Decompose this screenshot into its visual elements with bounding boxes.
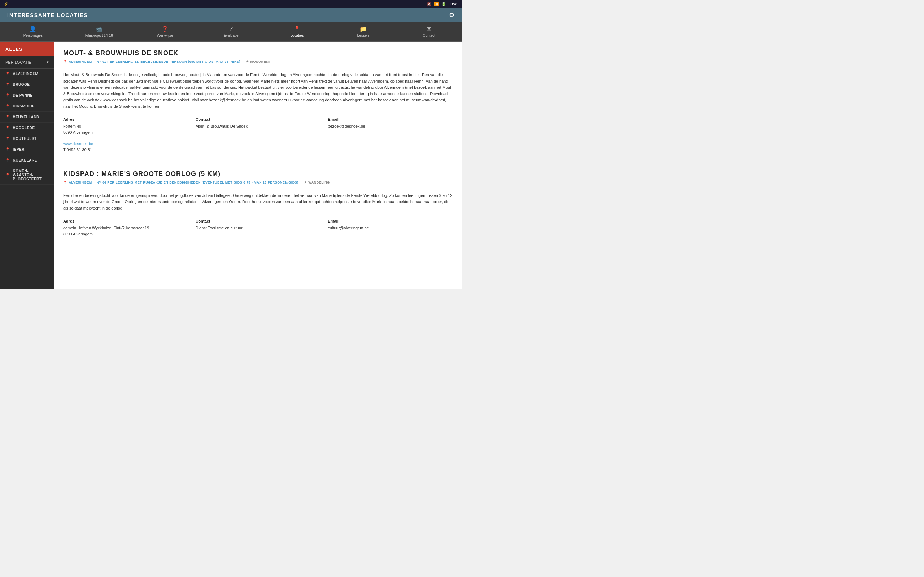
location-type-kidspad: ★ WANDELING	[304, 181, 330, 184]
website-link-mout[interactable]: www.desnoek.be	[63, 141, 93, 146]
contact-col-kidspad: Contact Dienst Toerisme en cultuur	[195, 219, 321, 238]
main-layout: ALLES PER LOCATIE ▾ 📍 ALVERINGEM 📍 BRUGG…	[0, 42, 462, 288]
tab-lessen[interactable]: 📁 Lessen	[330, 23, 396, 42]
pin-icon-diksmuide: 📍	[5, 104, 10, 108]
tab-werkwijze[interactable]: ❓ Werkwijze	[132, 23, 198, 42]
address-line1-kidspad: domein Hof van Wyckhuize, Sint-Rijkersst…	[63, 225, 188, 232]
location-entry-kidspad: KIDSPAD : MARIE'S GROOTE OORLOG (5 KM) 📍…	[63, 170, 453, 238]
personages-icon: 👤	[29, 26, 36, 32]
mute-icon: 🔇	[426, 2, 432, 6]
tab-locaties[interactable]: 📍 Locaties	[264, 23, 330, 42]
address-col-mout: Adres Fortem 40 8690 Alveringem	[63, 117, 188, 136]
location-description-kidspad: Een doe-en belevingstocht voor kinderen …	[63, 193, 453, 212]
header-title: INTERESSANTE LOCATIES	[7, 12, 88, 18]
location-title-kidspad: KIDSPAD : MARIE'S GROOTE OORLOG (5 KM)	[63, 170, 453, 178]
place-pin-icon-kidspad: 📍	[63, 181, 68, 184]
location-description-mout: Het Mout- & Brouwhuis De Snoek is de eni…	[63, 72, 453, 110]
star-icon-kidspad: ★	[304, 181, 307, 184]
location-place-mout: 📍 ALVERINGEM	[63, 60, 92, 63]
tab-werkwijze-label: Werkwijze	[157, 34, 173, 37]
sidebar-alles-label: ALLES	[5, 47, 23, 52]
location-price-kidspad: 🏷 €4 PER LEERLING MET RUGZAKJE EN BENODI…	[97, 181, 299, 184]
location-title-mout: MOUT- & BROUWHUIS DE SNOEK	[63, 49, 453, 57]
price-tag-icon-kidspad: 🏷	[97, 181, 101, 184]
address-line1-mout: Fortem 40	[63, 123, 188, 130]
tab-filmproject-label: Filmproject 14-18	[85, 34, 113, 37]
pin-icon-hooglede: 📍	[5, 126, 10, 130]
gear-icon[interactable]: ⚙	[449, 11, 455, 19]
sidebar-section-header[interactable]: PER LOCATIE ▾	[0, 56, 54, 69]
place-pin-icon-mout: 📍	[63, 60, 68, 63]
tab-contact[interactable]: ✉ Contact	[396, 23, 462, 42]
star-icon-mout: ★	[246, 60, 249, 63]
header-bar: INTERESSANTE LOCATIES ⚙	[0, 8, 462, 23]
werkwijze-icon: ❓	[162, 26, 168, 32]
contact-icon: ✉	[426, 26, 431, 32]
divider-1	[63, 163, 453, 163]
location-place-kidspad: 📍 ALVERINGEM	[63, 181, 92, 184]
battery-icon: 🔋	[441, 2, 446, 6]
sidebar: ALLES PER LOCATIE ▾ 📍 ALVERINGEM 📍 BRUGG…	[0, 42, 54, 288]
sidebar-item-diksmuide[interactable]: 📍 DIKSMUIDE	[0, 101, 54, 112]
contact-name-kidspad: Dienst Toerisme en cultuur	[195, 225, 321, 232]
sidebar-item-ieper[interactable]: 📍 IEPER	[0, 144, 54, 155]
tab-personages-label: Personages	[23, 34, 43, 37]
clock: 09:45	[448, 2, 459, 6]
content-area: MOUT- & BROUWHUIS DE SNOEK 📍 ALVERINGEM …	[54, 42, 462, 288]
pin-icon-ieper: 📍	[5, 148, 10, 152]
tab-filmproject[interactable]: 📹 Filmproject 14-18	[66, 23, 132, 42]
pin-icon-brugge: 📍	[5, 82, 10, 87]
sidebar-item-heuvelland[interactable]: 📍 HEUVELLAND	[0, 112, 54, 122]
tab-evaluatie-label: Evaluatie	[223, 34, 238, 37]
sidebar-item-de-panne[interactable]: 📍 DE PANNE	[0, 90, 54, 101]
nav-tabs: 👤 Personages 📹 Filmproject 14-18 ❓ Werkw…	[0, 23, 462, 42]
pin-icon-houthulst: 📍	[5, 137, 10, 141]
tab-contact-label: Contact	[423, 34, 435, 37]
sidebar-item-hooglede[interactable]: 📍 HOOGLEDE	[0, 122, 54, 134]
sidebar-item-koekelare[interactable]: 📍 KOEKELARE	[0, 155, 54, 166]
sidebar-item-houthulst[interactable]: 📍 HOUTHULST	[0, 134, 54, 144]
price-tag-icon-mout: 🏷	[97, 60, 101, 63]
locaties-icon: 📍	[294, 26, 300, 32]
sidebar-section-label: PER LOCATIE	[5, 60, 31, 64]
pin-icon-koekelare: 📍	[5, 158, 10, 162]
tab-lessen-label: Lessen	[357, 34, 369, 37]
tab-locaties-label: Locaties	[290, 34, 304, 37]
evaluatie-icon: ✓	[229, 26, 234, 32]
lessen-icon: 📁	[360, 26, 367, 32]
location-details-mout: Adres Fortem 40 8690 Alveringem Contact …	[63, 117, 453, 136]
tab-personages[interactable]: 👤 Personages	[0, 23, 66, 42]
wifi-icon: 📶	[434, 2, 439, 6]
contact-name-mout: Mout- & Brouwhuis De Snoek	[195, 123, 321, 130]
email-col-kidspad: Email cultuur@alveringem.be	[328, 219, 453, 238]
location-entry-mout: MOUT- & BROUWHUIS DE SNOEK 📍 ALVERINGEM …	[63, 49, 453, 152]
sidebar-item-komen-waasten[interactable]: 📍 KOMEN- WAASTEN- PLOEGSTEERT	[0, 166, 54, 185]
phone-mout: T 0492 31 30 31	[63, 148, 453, 152]
location-meta-mout: 📍 ALVERINGEM 🏷 €1 PER LEERLING EN BEGELE…	[63, 60, 453, 68]
location-type-mout: ★ MONUMENT	[246, 60, 271, 63]
location-details-kidspad: Adres domein Hof van Wyckhuize, Sint-Rij…	[63, 219, 453, 238]
filmproject-icon: 📹	[95, 26, 102, 32]
usb-icon: ⚡	[3, 2, 9, 6]
chevron-down-icon: ▾	[47, 60, 49, 64]
status-bar: ⚡ 🔇 📶 🔋 09:45	[0, 0, 462, 8]
sidebar-alles[interactable]: ALLES	[0, 42, 54, 56]
location-meta-kidspad: 📍 ALVERINGEM 🏷 €4 PER LEERLING MET RUGZA…	[63, 181, 453, 188]
address-line2-mout: 8690 Alveringem	[63, 129, 188, 136]
email-value-kidspad: cultuur@alveringem.be	[328, 225, 453, 232]
address-col-kidspad: Adres domein Hof van Wyckhuize, Sint-Rij…	[63, 219, 188, 238]
sidebar-item-alveringem[interactable]: 📍 ALVERINGEM	[0, 69, 54, 79]
pin-icon-komen-waasten: 📍	[5, 173, 10, 177]
pin-icon-alveringem: 📍	[5, 72, 10, 76]
sidebar-item-brugge[interactable]: 📍 BRUGGE	[0, 79, 54, 90]
email-value-mout: bezoek@desnoek.be	[328, 123, 453, 130]
pin-icon-heuvelland: 📍	[5, 115, 10, 119]
address-line2-kidspad: 8690 Alveringem	[63, 231, 188, 238]
location-price-mout: 🏷 €1 PER LEERLING EN BEGELEIDENDE PERSOO…	[97, 60, 241, 63]
pin-icon-de-panne: 📍	[5, 93, 10, 97]
email-col-mout: Email bezoek@desnoek.be	[328, 117, 453, 136]
tab-evaluatie[interactable]: ✓ Evaluatie	[198, 23, 264, 42]
contact-col-mout: Contact Mout- & Brouwhuis De Snoek	[195, 117, 321, 136]
